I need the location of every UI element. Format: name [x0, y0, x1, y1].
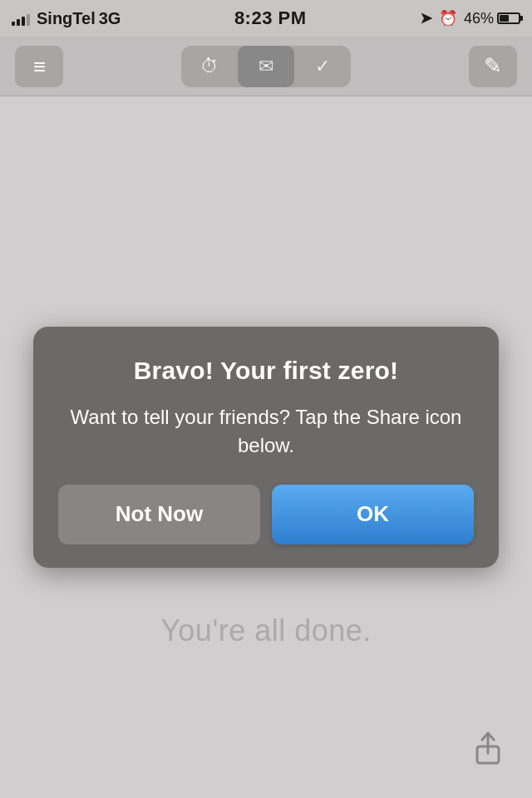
dialog-title: Bravo! Your first zero! — [58, 357, 474, 385]
battery-icon — [497, 12, 520, 24]
dialog-message: Want to tell your friends? Tap the Share… — [58, 403, 474, 459]
share-button[interactable] — [469, 732, 512, 775]
inbox-icon: ✉ — [259, 56, 273, 77]
carrier-label: SingTel — [37, 9, 96, 28]
edit-button[interactable]: ✎ — [469, 46, 517, 87]
main-content: ✉ Bravo! Your first zero! Want to tell y… — [0, 96, 532, 798]
done-text: You're all done. — [0, 613, 532, 648]
dialog: Bravo! Your first zero! Want to tell you… — [33, 327, 499, 567]
share-icon — [472, 732, 509, 776]
status-bar: SingTel 3G 8:23 PM ➤ ⏰ 46% — [0, 0, 532, 37]
tab-history[interactable]: ⏱ — [181, 46, 238, 87]
signal-bars-icon — [12, 11, 30, 26]
toolbar: ≡ ⏱ ✉ ✓ ✎ — [0, 37, 532, 96]
menu-button[interactable]: ≡ — [15, 46, 63, 87]
not-now-button[interactable]: Not Now — [58, 485, 260, 544]
battery-indicator: 46% — [464, 10, 520, 27]
edit-icon: ✎ — [484, 53, 502, 79]
alarm-icon: ⏰ — [439, 9, 457, 27]
dialog-overlay: Bravo! Your first zero! Want to tell you… — [0, 96, 532, 798]
ok-button[interactable]: OK — [272, 485, 474, 544]
status-left: SingTel 3G — [12, 9, 121, 28]
battery-percent: 46% — [464, 10, 494, 27]
location-icon: ➤ — [420, 9, 432, 27]
history-icon: ⏱ — [200, 56, 219, 77]
checkmark-icon: ✓ — [315, 56, 330, 77]
status-right: ➤ ⏰ 46% — [420, 9, 520, 27]
hamburger-icon: ≡ — [33, 56, 45, 77]
tab-group: ⏱ ✉ ✓ — [181, 46, 351, 87]
dialog-buttons: Not Now OK — [58, 485, 474, 544]
tab-inbox[interactable]: ✉ — [238, 46, 294, 87]
network-label: 3G — [99, 9, 121, 28]
tab-done[interactable]: ✓ — [294, 46, 351, 87]
clock-label: 8:23 PM — [234, 7, 307, 29]
